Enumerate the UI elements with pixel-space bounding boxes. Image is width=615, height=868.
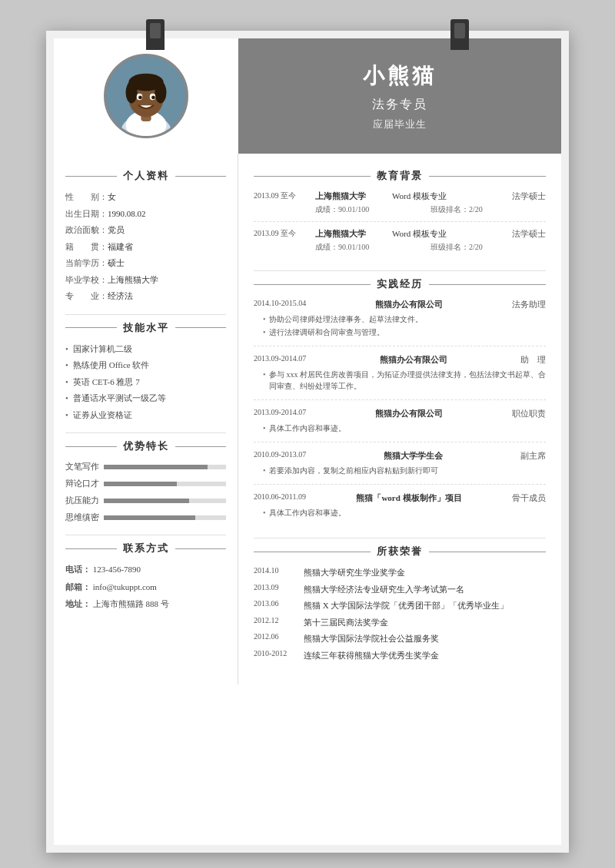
edu-degree-1: 法学硕士	[469, 228, 546, 240]
awards-title: 所获荣誉	[371, 545, 429, 558]
practice-entry-1: 2013.09-2014.07 熊猫办公有限公司 助 理 参与 xxx 村居民住…	[254, 354, 546, 400]
main-content: 个人资料 性 别： 女 出生日期： 1990.08.02 政治面貌： 党员	[54, 154, 561, 684]
award-date-5: 2010-2012	[254, 649, 304, 658]
info-school: 毕业学校： 上海熊猫大学	[65, 273, 226, 287]
edu-section: 教育背景 2013.09 至今 上海熊猫大学 Word 模板专业 法学硕士	[254, 169, 546, 259]
personal-header: 个人资料	[65, 169, 226, 183]
practice-entry-2: 2013.09-2014.07 熊猫办公有限公司 职位职责 具体工作内容和事迹。	[254, 408, 546, 442]
award-date-0: 2014.10	[254, 566, 304, 575]
svg-point-8	[155, 81, 166, 103]
advantages-section: 优势特长 文笔写作 辩论口才	[65, 439, 226, 523]
education-value: 硕士	[108, 257, 125, 270]
contact-email: 邮箱： info@tukuppt.com	[65, 581, 226, 594]
email-value: info@tukuppt.com	[93, 582, 157, 591]
p-detail-0-0: 协助公司律师处理法律事务、起草法律文件。	[269, 313, 546, 325]
skills-section: 技能水平 国家计算机二级 熟练使用 Office 软件 英语 CET-6 雅思 …	[65, 321, 226, 422]
skill-4: 证券从业资格证	[65, 409, 226, 422]
advantages-title: 优势特长	[117, 439, 175, 453]
p-detail-3-0: 若要添加内容，复制之前相应内容粘贴到新行即可	[269, 465, 546, 476]
politics-value: 党员	[108, 224, 125, 237]
advantages-header: 优势特长	[65, 439, 226, 453]
edu-major-0: Word 模板专业	[392, 190, 469, 202]
awards-header: 所获荣誉	[254, 545, 546, 558]
p-role-3: 副主席	[520, 450, 546, 462]
header-name: 小熊猫	[363, 61, 437, 91]
divider1	[65, 314, 226, 315]
info-gender: 性 别： 女	[65, 190, 226, 204]
adv-label-3: 思维缜密	[65, 512, 100, 523]
address-value: 上海市熊猫路 888 号	[93, 599, 169, 608]
adv-3: 思维缜密	[65, 512, 226, 523]
adv-fill-1	[104, 482, 177, 486]
line-right	[175, 176, 227, 177]
page-wrapper: 小熊猫 法务专员 应届毕业生 个人资料 性 别： 女	[46, 31, 569, 853]
award-desc-5: 连续三年获得熊猫大学优秀生奖学金	[304, 649, 546, 662]
politics-label: 政治面貌：	[65, 224, 108, 237]
adv-bar-0	[104, 465, 226, 469]
edu-major-1: Word 模板专业	[392, 228, 469, 240]
info-birthday: 出生日期： 1990.08.02	[65, 207, 226, 220]
practice-entry-0: 2014.10-2015.04 熊猫办公有限公司 法务助理 协助公司律师处理法律…	[254, 299, 546, 346]
award-desc-3: 第十三届民商法奖学金	[304, 616, 546, 629]
divider-right-2	[254, 538, 546, 538]
header-left	[54, 38, 238, 154]
skill-2: 英语 CET-6 雅思 7	[65, 376, 226, 389]
contact-phone: 电话： 123-456-7890	[65, 563, 226, 576]
p-detail-4-0: 具体工作内容和事迹。	[269, 507, 546, 518]
award-1: 2013.09 熊猫大学经济法专业研究生入学考试第一名	[254, 583, 546, 596]
award-desc-1: 熊猫大学经济法专业研究生入学考试第一名	[304, 583, 546, 596]
adv-bar-2	[104, 499, 226, 503]
contact-address: 地址： 上海市熊猫路 888 号	[65, 598, 226, 611]
practice-section: 实践经历 2014.10-2015.04 熊猫办公有限公司 法务助理 协助公司律…	[254, 277, 546, 526]
p-detail-1-0: 参与 xxx 村居民住房改善项目，为拓证办理提供法律支持，包括法律文书起草、合同…	[269, 369, 546, 392]
p-date-1: 2013.09-2014.07	[254, 354, 306, 366]
phone-value: 123-456-7890	[93, 565, 141, 574]
p-role-4: 骨干成员	[512, 492, 546, 504]
info-education: 当前学历： 硕士	[65, 257, 226, 270]
school-value: 上海熊猫大学	[108, 273, 158, 287]
contact-header: 联系方式	[65, 542, 226, 555]
p-detail-2-0: 具体工作内容和事迹。	[269, 422, 546, 434]
edu-entry-1: 2013.09 至今 上海熊猫大学 Word 模板专业 法学硕士 成绩：90.0…	[254, 228, 546, 259]
info-politics: 政治面貌： 党员	[65, 224, 226, 237]
practice-entry-4: 2010.06-2011.09 熊猫「word 模板制作」项目 骨干成员 具体工…	[254, 492, 546, 526]
skills-title: 技能水平	[117, 321, 175, 335]
p-company-4: 熊猫「word 模板制作」项目	[356, 492, 461, 504]
skill-0: 国家计算机二级	[65, 343, 226, 356]
line-left	[65, 176, 117, 177]
adv-label-1: 辩论口才	[65, 478, 100, 489]
line-left	[254, 552, 371, 552]
left-column: 个人资料 性 别： 女 出生日期： 1990.08.02 政治面貌： 党员	[54, 154, 238, 684]
gender-label: 性 别：	[65, 190, 108, 204]
p-company-2: 熊猫办公有限公司	[375, 408, 443, 419]
edu-score-1: 成绩：90.01/100	[315, 242, 430, 253]
practice-header: 实践经历	[254, 277, 546, 291]
adv-bar-3	[104, 515, 226, 520]
contact-section: 联系方式 电话： 123-456-7890 邮箱： info@tukuppt.c…	[65, 542, 226, 611]
contact-title: 联系方式	[117, 542, 175, 555]
award-5: 2010-2012 连续三年获得熊猫大学优秀生奖学金	[254, 649, 546, 662]
edu-date-1: 2013.09 至今	[254, 228, 315, 239]
edu-entry-0: 2013.09 至今 上海熊猫大学 Word 模板专业 法学硕士 成绩：90.0…	[254, 190, 546, 222]
edu-degree-0: 法学硕士	[469, 190, 546, 202]
p-date-0: 2014.10-2015.04	[254, 299, 306, 310]
edu-school-0: 上海熊猫大学	[315, 190, 392, 202]
award-desc-4: 熊猫大学国际法学院社会公益服务奖	[304, 632, 546, 645]
header: 小熊猫 法务专员 应届毕业生	[54, 38, 561, 154]
major-label: 专 业：	[65, 290, 108, 303]
clip-right	[450, 19, 469, 50]
line-left	[254, 284, 371, 285]
personal-title: 个人资料	[117, 169, 175, 183]
header-title: 法务专员	[372, 97, 427, 113]
birthday-label: 出生日期：	[65, 207, 108, 220]
line-left	[65, 548, 117, 549]
resume: 小熊猫 法务专员 应届毕业生 个人资料 性 别： 女	[54, 38, 561, 845]
info-hometown: 籍 贯： 福建省	[65, 240, 226, 253]
practice-title: 实践经历	[371, 277, 429, 291]
svg-point-12	[151, 96, 155, 100]
adv-bar-1	[104, 482, 226, 486]
personal-section: 个人资料 性 别： 女 出生日期： 1990.08.02 政治面貌： 党员	[65, 169, 226, 303]
major-value: 经济法	[108, 290, 133, 303]
p-role-0: 法务助理	[512, 299, 546, 310]
divider2	[65, 432, 226, 433]
